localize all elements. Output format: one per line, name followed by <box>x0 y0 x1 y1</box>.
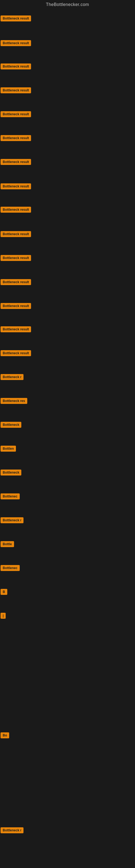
bottleneck-item-24: Bottlenec <box>1 565 20 572</box>
bottleneck-badge[interactable]: Bottleneck result <box>1 207 31 213</box>
bottleneck-badge[interactable]: Bottleneck <box>1 422 21 428</box>
bottleneck-item-28: Bottleneck r <box>1 827 24 834</box>
bottleneck-badge[interactable]: Bottleneck result <box>1 255 31 261</box>
bottleneck-badge[interactable]: Bottleneck result <box>1 303 31 309</box>
bottleneck-item-22: Bottleneck r <box>1 517 24 524</box>
bottleneck-badge[interactable]: Bottleneck res <box>1 398 27 404</box>
bottleneck-badge[interactable]: Bottlenec <box>1 565 20 571</box>
bottleneck-item-2: Bottleneck result <box>1 40 31 47</box>
bottleneck-badge[interactable]: Bottleneck result <box>1 16 31 22</box>
bottleneck-item-14: Bottleneck result <box>1 326 31 333</box>
bottleneck-item-13: Bottleneck result <box>1 303 31 310</box>
bottleneck-item-8: Bottleneck result <box>1 183 31 190</box>
bottleneck-badge[interactable]: Bottleneck <box>1 469 21 475</box>
bottleneck-item-1: Bottleneck result <box>1 16 31 23</box>
bottleneck-badge[interactable]: Bottlen <box>1 446 16 452</box>
bottleneck-badge[interactable]: Bottlenec <box>1 493 20 499</box>
bottleneck-badge[interactable]: Bottleneck result <box>1 326 31 332</box>
bottleneck-badge[interactable]: Bottleneck r <box>1 374 24 380</box>
bottleneck-badge[interactable]: Bottleneck result <box>1 159 31 165</box>
bottleneck-item-21: Bottlenec <box>1 493 20 500</box>
bottleneck-badge[interactable]: Bo <box>1 733 9 738</box>
bottleneck-badge[interactable]: Bottle <box>1 541 14 547</box>
bottleneck-item-20: Bottleneck <box>1 469 21 476</box>
bottleneck-item-10: Bottleneck result <box>1 231 31 238</box>
bottleneck-item-19: Bottlen <box>1 446 16 453</box>
bottleneck-item-18: Bottleneck <box>1 422 21 429</box>
bottleneck-badge[interactable]: Bottleneck result <box>1 63 31 69</box>
bottleneck-badge[interactable]: Bottleneck result <box>1 40 31 46</box>
bottleneck-badge[interactable]: Bottleneck result <box>1 231 31 237</box>
bottleneck-item-16: Bottleneck r <box>1 374 24 381</box>
bottleneck-badge[interactable]: Bottleneck result <box>1 87 31 93</box>
bottleneck-badge[interactable]: | <box>1 613 6 619</box>
bottleneck-item-15: Bottleneck result <box>1 350 31 357</box>
bottleneck-badge[interactable]: Bottleneck r <box>1 827 24 833</box>
bottleneck-badge[interactable]: Bottleneck r <box>1 517 24 523</box>
bottleneck-item-9: Bottleneck result <box>1 207 31 214</box>
bottleneck-item-17: Bottleneck res <box>1 398 27 405</box>
bottleneck-item-4: Bottleneck result <box>1 87 31 94</box>
bottleneck-item-26: | <box>1 613 6 620</box>
bottleneck-badge[interactable]: Bottleneck result <box>1 135 31 141</box>
bottleneck-item-12: Bottleneck result <box>1 279 31 286</box>
bottleneck-item-23: Bottle <box>1 541 14 548</box>
bottleneck-item-3: Bottleneck result <box>1 63 31 70</box>
bottleneck-badge[interactable]: B <box>1 589 7 595</box>
bottleneck-badge[interactable]: Bottleneck result <box>1 350 31 356</box>
bottleneck-item-5: Bottleneck result <box>1 111 31 118</box>
bottleneck-item-27: Bo <box>1 733 9 739</box>
site-header: TheBottlenecker.com <box>0 0 135 10</box>
bottleneck-badge[interactable]: Bottleneck result <box>1 111 31 117</box>
bottleneck-item-25: B <box>1 589 7 596</box>
bottleneck-item-6: Bottleneck result <box>1 135 31 142</box>
bottleneck-item-7: Bottleneck result <box>1 159 31 166</box>
bottleneck-badge[interactable]: Bottleneck result <box>1 279 31 285</box>
site-title: TheBottlenecker.com <box>0 0 135 10</box>
bottleneck-list <box>0 10 135 12</box>
bottleneck-badge[interactable]: Bottleneck result <box>1 183 31 189</box>
bottleneck-item-11: Bottleneck result <box>1 255 31 262</box>
